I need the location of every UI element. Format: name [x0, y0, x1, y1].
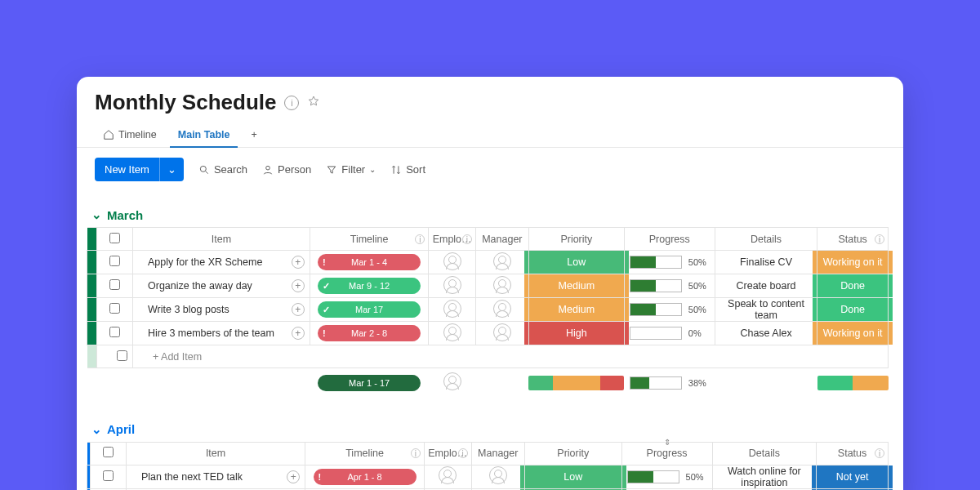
expand-icon[interactable]: +	[287, 470, 300, 483]
avatar-icon	[493, 323, 511, 341]
timeline-cell[interactable]: ✓Mar 9 - 12	[310, 274, 429, 298]
timeline-cell[interactable]: !Mar 2 - 8	[310, 322, 429, 345]
manager-cell[interactable]	[475, 298, 528, 322]
expand-icon[interactable]: +	[292, 279, 305, 292]
board-card: Monthly Schedule i Timeline Main Table +…	[77, 77, 903, 490]
sort-button[interactable]: Sort	[390, 163, 425, 176]
col-employee[interactable]: Emplo…i	[429, 228, 475, 251]
timeline-cell[interactable]: ✓Mar 17	[310, 298, 429, 322]
details-cell[interactable]: Finalise CV	[715, 251, 817, 274]
row-checkbox[interactable]	[109, 327, 120, 337]
employee-cell[interactable]	[429, 251, 475, 274]
col-timeline[interactable]: Timelinei	[310, 228, 429, 251]
progress-cell[interactable]: 50%	[621, 465, 712, 488]
col-status[interactable]: Statusi	[817, 228, 889, 251]
item-cell[interactable]: Hire 3 members of the team+	[133, 322, 310, 345]
chevron-down-icon[interactable]: ⌄	[159, 158, 184, 181]
status-cell[interactable]: Working on it	[817, 251, 889, 274]
row-checkbox[interactable]	[103, 470, 114, 481]
table-row[interactable]: Organize the away day+ ✓Mar 9 - 12 Mediu…	[87, 274, 889, 298]
avatar-icon	[439, 466, 457, 484]
info-icon[interactable]: i	[284, 96, 299, 110]
row-checkbox[interactable]	[109, 279, 120, 290]
group-header-march[interactable]: ⌄ March	[87, 203, 889, 227]
status-summary	[817, 376, 889, 390]
tab-timeline[interactable]: Timeline	[95, 123, 165, 148]
progress-cell[interactable]: 50%	[624, 274, 715, 298]
search-button[interactable]: Search	[198, 163, 247, 176]
item-cell[interactable]: Organize the away day+	[133, 274, 310, 298]
col-priority[interactable]: Priority	[528, 228, 624, 251]
col-progress[interactable]: ⇕Progress	[621, 442, 712, 465]
manager-cell[interactable]	[475, 322, 528, 345]
filter-button[interactable]: Filter⌄	[326, 163, 376, 176]
col-status[interactable]: Statusi	[817, 442, 889, 465]
col-item[interactable]: Item	[133, 228, 310, 251]
col-timeline[interactable]: Timelinei	[305, 442, 425, 465]
avatar-icon	[493, 300, 511, 318]
progress-cell[interactable]: 50%	[624, 298, 715, 322]
item-cell[interactable]: Write 3 blog posts+	[133, 298, 310, 322]
status-cell[interactable]: Not yet	[817, 465, 889, 488]
col-item[interactable]: Item	[126, 442, 305, 465]
star-icon[interactable]	[307, 95, 320, 111]
drag-handle-icon: ⇕	[664, 438, 670, 447]
row-checkbox[interactable]	[109, 303, 120, 314]
details-cell[interactable]: Speak to content team	[715, 298, 817, 322]
details-cell[interactable]: Watch online for inspiration	[712, 465, 817, 488]
manager-cell[interactable]	[471, 465, 524, 488]
status-cell[interactable]: Done	[817, 298, 889, 322]
table-row[interactable]: Plan the next TED talk+ !Apr 1 - 8 Low 5…	[87, 465, 889, 488]
col-progress[interactable]: Progress	[624, 228, 715, 251]
table-row[interactable]: Apply for the XR Scheme+ !Mar 1 - 4 Low …	[87, 251, 889, 274]
timeline-cell[interactable]: !Apr 1 - 8	[305, 465, 425, 488]
progress-cell[interactable]: 0%	[624, 322, 715, 345]
employee-cell[interactable]	[429, 274, 475, 298]
progress-cell[interactable]: 50%	[624, 251, 715, 274]
manager-cell[interactable]	[475, 251, 528, 274]
group-header-april[interactable]: ⌄ April	[87, 417, 889, 442]
item-cell[interactable]: Apply for the XR Scheme+	[133, 251, 310, 274]
timeline-cell[interactable]: !Mar 1 - 4	[310, 251, 429, 274]
select-all-march[interactable]	[109, 233, 120, 243]
col-manager[interactable]: Manager	[471, 442, 524, 465]
priority-cell[interactable]: Medium	[528, 298, 624, 322]
expand-icon[interactable]: +	[292, 327, 305, 340]
status-cell[interactable]: Working on it	[817, 322, 889, 345]
col-manager[interactable]: Manager	[475, 228, 528, 251]
col-employee[interactable]: Emplo…i	[424, 442, 471, 465]
expand-icon[interactable]: +	[292, 256, 305, 269]
employee-cell[interactable]	[424, 465, 471, 488]
priority-cell[interactable]: Low	[528, 251, 624, 274]
avatar-icon[interactable]	[443, 372, 461, 390]
col-priority[interactable]: Priority	[524, 442, 621, 465]
april-table: Item Timelinei Emplo…i Manager Priority …	[87, 442, 889, 491]
details-cell[interactable]: Chase Alex	[715, 322, 817, 345]
employee-cell[interactable]	[429, 298, 475, 322]
new-item-button[interactable]: New Item ⌄	[95, 158, 184, 181]
tab-main-table[interactable]: Main Table	[170, 123, 238, 148]
details-cell[interactable]: Create board	[715, 274, 817, 298]
avatar-icon	[443, 323, 461, 341]
add-item-march[interactable]: + Add Item	[133, 345, 889, 368]
avatar-icon	[493, 276, 511, 294]
row-checkbox[interactable]	[109, 256, 120, 266]
select-all-april[interactable]	[103, 447, 114, 457]
table-row[interactable]: Hire 3 members of the team+ !Mar 2 - 8 H…	[87, 322, 889, 345]
summary-timeline-pill: Mar 1 - 17	[318, 375, 421, 391]
add-tab-button[interactable]: +	[243, 123, 265, 148]
item-cell[interactable]: Plan the next TED talk+	[126, 465, 305, 488]
row-checkbox[interactable]	[117, 350, 127, 361]
manager-cell[interactable]	[475, 274, 528, 298]
employee-cell[interactable]	[429, 322, 475, 345]
status-cell[interactable]: Done	[817, 274, 889, 298]
priority-cell[interactable]: Low	[524, 465, 621, 488]
col-details[interactable]: Details	[712, 442, 817, 465]
priority-cell[interactable]: Medium	[528, 274, 624, 298]
table-row[interactable]: Write 3 blog posts+ ✓Mar 17 Medium 50% S…	[87, 298, 889, 322]
priority-summary	[528, 376, 624, 390]
person-filter-button[interactable]: Person	[262, 163, 311, 176]
col-details[interactable]: Details	[715, 228, 817, 251]
expand-icon[interactable]: +	[292, 303, 305, 316]
priority-cell[interactable]: High	[528, 322, 624, 345]
